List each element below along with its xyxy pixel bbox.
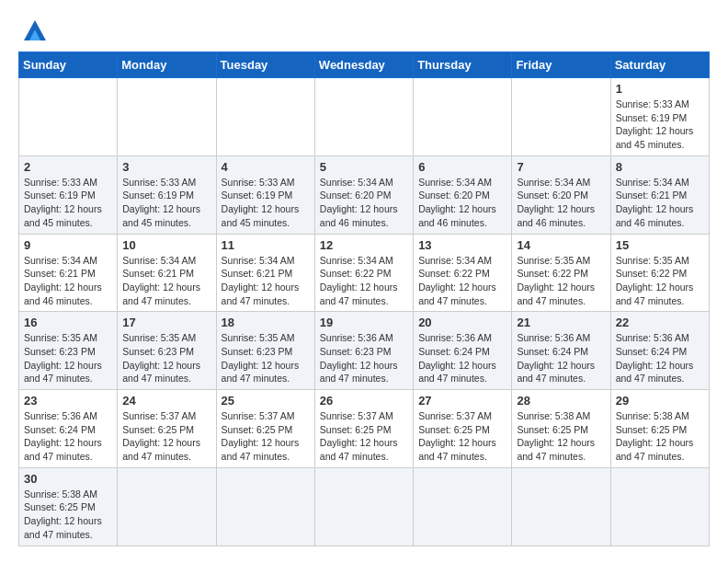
calendar-week-row: 2Sunrise: 5:33 AM Sunset: 6:19 PM Daylig… [19, 155, 710, 234]
calendar-day-cell [118, 467, 216, 546]
calendar-day-cell: 5Sunrise: 5:34 AM Sunset: 6:20 PM Daylig… [314, 155, 413, 234]
calendar-day-cell: 3Sunrise: 5:33 AM Sunset: 6:19 PM Daylig… [118, 155, 216, 234]
day-of-week-header: Tuesday [216, 52, 314, 78]
day-number: 24 [122, 394, 210, 408]
calendar-day-cell [512, 467, 610, 546]
day-info: Sunrise: 5:36 AM Sunset: 6:24 PM Dayligh… [24, 409, 112, 464]
day-of-week-header: Sunday [19, 52, 118, 78]
day-info: Sunrise: 5:38 AM Sunset: 6:25 PM Dayligh… [616, 409, 704, 464]
day-of-week-header: Thursday [414, 52, 512, 78]
day-of-week-header: Monday [118, 52, 216, 78]
day-number: 22 [616, 316, 704, 329]
calendar-day-cell [118, 78, 216, 156]
calendar-day-cell [610, 467, 709, 546]
calendar-week-row: 1Sunrise: 5:33 AM Sunset: 6:19 PM Daylig… [19, 78, 710, 156]
day-info: Sunrise: 5:34 AM Sunset: 6:20 PM Dayligh… [320, 176, 408, 230]
day-info: Sunrise: 5:37 AM Sunset: 6:25 PM Dayligh… [222, 409, 310, 464]
day-number: 12 [320, 238, 408, 252]
calendar-day-cell [216, 78, 314, 156]
day-info: Sunrise: 5:35 AM Sunset: 6:23 PM Dayligh… [222, 331, 310, 385]
calendar-day-cell: 17Sunrise: 5:35 AM Sunset: 6:23 PM Dayli… [118, 312, 216, 390]
day-info: Sunrise: 5:38 AM Sunset: 6:25 PM Dayligh… [24, 488, 112, 542]
calendar-day-cell: 22Sunrise: 5:36 AM Sunset: 6:24 PM Dayli… [610, 312, 709, 390]
day-info: Sunrise: 5:36 AM Sunset: 6:24 PM Dayligh… [616, 331, 704, 385]
day-number: 21 [517, 316, 605, 329]
calendar-day-cell: 1Sunrise: 5:33 AM Sunset: 6:19 PM Daylig… [610, 78, 709, 156]
day-info: Sunrise: 5:33 AM Sunset: 6:19 PM Dayligh… [222, 176, 310, 230]
day-number: 1 [616, 82, 704, 96]
day-info: Sunrise: 5:37 AM Sunset: 6:25 PM Dayligh… [122, 409, 210, 464]
day-number: 23 [24, 394, 112, 408]
day-info: Sunrise: 5:35 AM Sunset: 6:23 PM Dayligh… [122, 331, 210, 385]
day-number: 9 [24, 238, 112, 252]
calendar-day-cell: 24Sunrise: 5:37 AM Sunset: 6:25 PM Dayli… [118, 390, 216, 468]
day-number: 27 [418, 394, 506, 408]
day-number: 16 [24, 316, 112, 329]
day-info: Sunrise: 5:34 AM Sunset: 6:21 PM Dayligh… [616, 176, 704, 230]
calendar-day-cell: 10Sunrise: 5:34 AM Sunset: 6:21 PM Dayli… [118, 234, 216, 312]
calendar-day-cell [512, 78, 610, 156]
calendar-day-cell: 8Sunrise: 5:34 AM Sunset: 6:21 PM Daylig… [610, 155, 709, 234]
day-number: 2 [24, 160, 112, 174]
day-number: 30 [24, 472, 112, 486]
calendar-day-cell [216, 467, 314, 546]
header [18, 15, 710, 44]
day-number: 15 [616, 238, 704, 252]
day-info: Sunrise: 5:34 AM Sunset: 6:22 PM Dayligh… [320, 254, 408, 308]
day-info: Sunrise: 5:34 AM Sunset: 6:21 PM Dayligh… [222, 254, 310, 308]
day-number: 18 [222, 316, 310, 329]
day-number: 4 [222, 160, 310, 174]
calendar-day-cell: 13Sunrise: 5:34 AM Sunset: 6:22 PM Dayli… [414, 234, 512, 312]
calendar-day-cell: 14Sunrise: 5:35 AM Sunset: 6:22 PM Dayli… [512, 234, 610, 312]
day-number: 6 [418, 160, 506, 174]
calendar-day-cell: 27Sunrise: 5:37 AM Sunset: 6:25 PM Dayli… [414, 390, 512, 468]
day-info: Sunrise: 5:36 AM Sunset: 6:24 PM Dayligh… [517, 331, 605, 385]
logo-icon [20, 15, 50, 44]
calendar-week-row: 30Sunrise: 5:38 AM Sunset: 6:25 PM Dayli… [19, 467, 710, 546]
day-number: 10 [122, 238, 210, 252]
day-of-week-header: Saturday [610, 52, 709, 78]
day-info: Sunrise: 5:36 AM Sunset: 6:23 PM Dayligh… [320, 331, 408, 385]
day-number: 29 [616, 394, 704, 408]
day-info: Sunrise: 5:34 AM Sunset: 6:22 PM Dayligh… [418, 254, 506, 308]
day-number: 13 [418, 238, 506, 252]
calendar: SundayMondayTuesdayWednesdayThursdayFrid… [18, 52, 710, 546]
day-info: Sunrise: 5:36 AM Sunset: 6:24 PM Dayligh… [418, 331, 506, 385]
calendar-day-cell [314, 467, 413, 546]
calendar-day-cell [19, 78, 118, 156]
day-info: Sunrise: 5:33 AM Sunset: 6:19 PM Dayligh… [122, 176, 210, 230]
day-info: Sunrise: 5:34 AM Sunset: 6:20 PM Dayligh… [517, 176, 605, 230]
calendar-week-row: 9Sunrise: 5:34 AM Sunset: 6:21 PM Daylig… [19, 234, 710, 312]
calendar-day-cell: 11Sunrise: 5:34 AM Sunset: 6:21 PM Dayli… [216, 234, 314, 312]
calendar-day-cell: 12Sunrise: 5:34 AM Sunset: 6:22 PM Dayli… [314, 234, 413, 312]
calendar-day-cell: 4Sunrise: 5:33 AM Sunset: 6:19 PM Daylig… [216, 155, 314, 234]
calendar-day-cell: 21Sunrise: 5:36 AM Sunset: 6:24 PM Dayli… [512, 312, 610, 390]
calendar-day-cell: 2Sunrise: 5:33 AM Sunset: 6:19 PM Daylig… [19, 155, 118, 234]
calendar-day-cell: 19Sunrise: 5:36 AM Sunset: 6:23 PM Dayli… [314, 312, 413, 390]
day-number: 19 [320, 316, 408, 329]
day-number: 17 [122, 316, 210, 329]
day-info: Sunrise: 5:34 AM Sunset: 6:21 PM Dayligh… [122, 254, 210, 308]
calendar-day-cell [414, 78, 512, 156]
day-number: 3 [122, 160, 210, 174]
calendar-week-row: 23Sunrise: 5:36 AM Sunset: 6:24 PM Dayli… [19, 390, 710, 468]
calendar-week-row: 16Sunrise: 5:35 AM Sunset: 6:23 PM Dayli… [19, 312, 710, 390]
calendar-day-cell: 28Sunrise: 5:38 AM Sunset: 6:25 PM Dayli… [512, 390, 610, 468]
day-number: 5 [320, 160, 408, 174]
day-info: Sunrise: 5:37 AM Sunset: 6:25 PM Dayligh… [418, 409, 506, 464]
day-info: Sunrise: 5:33 AM Sunset: 6:19 PM Dayligh… [616, 98, 704, 152]
calendar-day-cell: 18Sunrise: 5:35 AM Sunset: 6:23 PM Dayli… [216, 312, 314, 390]
calendar-header-row: SundayMondayTuesdayWednesdayThursdayFrid… [19, 52, 710, 78]
calendar-day-cell: 20Sunrise: 5:36 AM Sunset: 6:24 PM Dayli… [414, 312, 512, 390]
calendar-day-cell [414, 467, 512, 546]
day-info: Sunrise: 5:34 AM Sunset: 6:20 PM Dayligh… [418, 176, 506, 230]
day-of-week-header: Friday [512, 52, 610, 78]
calendar-day-cell: 30Sunrise: 5:38 AM Sunset: 6:25 PM Dayli… [19, 467, 118, 546]
day-number: 20 [418, 316, 506, 329]
day-info: Sunrise: 5:35 AM Sunset: 6:22 PM Dayligh… [517, 254, 605, 308]
calendar-day-cell: 7Sunrise: 5:34 AM Sunset: 6:20 PM Daylig… [512, 155, 610, 234]
calendar-day-cell: 29Sunrise: 5:38 AM Sunset: 6:25 PM Dayli… [610, 390, 709, 468]
calendar-day-cell: 23Sunrise: 5:36 AM Sunset: 6:24 PM Dayli… [19, 390, 118, 468]
day-info: Sunrise: 5:34 AM Sunset: 6:21 PM Dayligh… [24, 254, 112, 308]
logo [18, 15, 50, 44]
